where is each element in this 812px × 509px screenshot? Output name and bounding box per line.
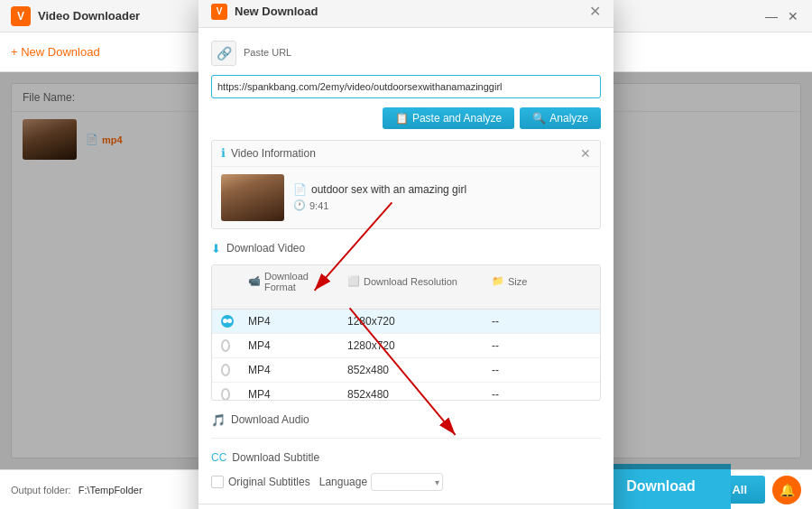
format-col-header: 📹 Download Format (239, 265, 338, 298)
radio-selected-icon (221, 315, 234, 328)
resolution-cell-2: 852x480 (338, 358, 483, 382)
format-cell-1: MP4 (239, 334, 338, 357)
video-duration-text: 9:41 (309, 200, 328, 211)
download-subtitle-section: CC Download Subtitle Original Subtitles … (211, 438, 601, 491)
info-close-button[interactable]: ✕ (580, 146, 591, 161)
info-content: 📄 outdoor sex with an amazing girl 🕐 9:4… (212, 167, 600, 228)
resolution-col-header: ⬜ Download Resolution (338, 265, 483, 298)
size-cell-3: -- (483, 383, 555, 400)
table-row[interactable]: MP41280x720-- (212, 334, 600, 358)
format-cell-0: MP4 (239, 310, 338, 333)
table-row[interactable]: MP4852x480-- (212, 383, 600, 400)
language-dropdown[interactable] (371, 473, 443, 491)
download-video-icon: ⬇ (211, 242, 221, 255)
video-info-section: ℹ Video Information ✕ 📄 outdoo (211, 140, 601, 229)
format-col-icon: 📹 (248, 275, 261, 287)
paste-icon: 📋 (395, 112, 409, 125)
output-folder-label: Output folder: (11, 485, 71, 495)
analyze-button[interactable]: 🔍 Analyze (520, 107, 601, 129)
video-title-text: outdoor sex with an amazing girl (311, 183, 466, 196)
format-table: 📹 Download Format ⬜ Download Resolution … (211, 264, 601, 401)
alarm-icon: 🔔 (780, 483, 795, 497)
dialog-titlebar: V New Download ✕ (198, 0, 614, 28)
app-logo-icon: V (11, 6, 31, 26)
link-icon: 🔗 (217, 46, 232, 60)
download-subtitle-label: Download Subtitle (232, 451, 319, 464)
new-download-button[interactable]: + New Download (11, 45, 100, 59)
app-title: Video Downloader (38, 9, 140, 23)
video-duration-row: 🕐 9:41 (293, 199, 591, 211)
download-audio-header: 🎵 Download Audio (211, 410, 601, 430)
table-body: MP41280x720--MP41280x720--MP4852x480--MP… (212, 310, 600, 400)
close-button[interactable]: ✕ (785, 8, 801, 24)
size-cell-2: -- (483, 358, 555, 382)
dialog-footer: Ok Cancel (198, 504, 614, 510)
dialog: V New Download ✕ 🔗 Paste URL (198, 0, 614, 509)
url-actions: 📋 Paste and Analyze 🔍 Analyze (211, 107, 601, 129)
url-input-row (211, 75, 601, 98)
url-input[interactable] (211, 75, 601, 98)
size-cell-1: -- (483, 334, 555, 357)
language-select-wrapper[interactable] (371, 473, 443, 491)
original-subtitles-checkbox-label[interactable]: Original Subtitles (211, 476, 310, 488)
dialog-logo-icon: V (211, 4, 227, 20)
info-header: ℹ Video Information ✕ (212, 141, 600, 167)
radio-col-header (212, 265, 239, 298)
format-radio-3[interactable] (212, 383, 239, 400)
app-window-controls: — ✕ (763, 8, 801, 24)
download-audio-label: Download Audio (231, 413, 309, 426)
radio-empty-icon (221, 339, 230, 352)
dialog-title: New Download (235, 5, 589, 18)
document-icon: 📄 (293, 183, 307, 196)
video-thumbnail (221, 174, 284, 221)
download-video-label: Download Video (226, 242, 305, 255)
url-label: Paste URL (244, 47, 291, 58)
paste-analyze-button[interactable]: 📋 Paste and Analyze (383, 107, 514, 129)
download-label-text: Download (626, 478, 695, 495)
format-radio-2[interactable] (212, 358, 239, 382)
original-subtitles-checkbox[interactable] (211, 476, 224, 488)
format-radio-0[interactable] (212, 310, 239, 333)
alarm-button[interactable]: 🔔 (772, 476, 801, 504)
video-title-row: 📄 outdoor sex with an amazing girl (293, 183, 591, 196)
scrollbar-space (212, 298, 239, 309)
app-window: V Video Downloader — ✕ + New Download Fi… (0, 0, 812, 509)
resolution-col-icon: ⬜ (347, 275, 360, 287)
video-info-text: 📄 outdoor sex with an amazing girl 🕐 9:4… (293, 183, 591, 211)
output-folder-path: F:\TempFolder (78, 485, 143, 495)
table-row[interactable]: MP41280x720-- (212, 310, 600, 334)
resolution-cell-3: 852x480 (338, 383, 483, 400)
size-col-header: 📁 Size (483, 265, 555, 298)
radio-empty-icon (221, 364, 230, 376)
download-audio-icon: 🎵 (211, 413, 226, 427)
download-audio-section: 🎵 Download Audio (211, 410, 601, 430)
language-label: Language (319, 476, 367, 488)
size-cell-0: -- (483, 310, 555, 333)
original-subtitles-text: Original Subtitles (228, 476, 310, 488)
search-icon: 🔍 (532, 112, 546, 125)
format-cell-3: MP4 (239, 383, 338, 400)
dialog-body: 🔗 Paste URL 📋 Paste and Analyze (198, 28, 614, 504)
modal-overlay: V New Download ✕ 🔗 Paste URL (0, 72, 812, 469)
app-content: File Name: 📄 mp4 V New Download ✕ (0, 72, 812, 469)
info-header-text: Video Information (231, 147, 316, 160)
download-video-section: ⬇ Download Video 📹 Download Format ⬜ (211, 238, 601, 401)
resolution-cell-0: 1280x720 (338, 310, 483, 333)
download-subtitle-icon: CC (211, 451, 226, 464)
language-select-group: Language (319, 473, 443, 491)
subtitle-row: Original Subtitles Language (211, 473, 601, 491)
table-header: 📹 Download Format ⬜ Download Resolution … (212, 265, 600, 310)
info-icon: ℹ (221, 146, 226, 160)
download-video-header: ⬇ Download Video (211, 238, 601, 259)
download-subtitle-header: CC Download Subtitle (211, 448, 601, 467)
url-section-icon: 🔗 (211, 41, 236, 66)
clock-icon: 🕐 (293, 199, 306, 211)
resolution-cell-1: 1280x720 (338, 334, 483, 357)
format-radio-1[interactable] (212, 334, 239, 357)
radio-empty-icon (221, 388, 230, 400)
format-cell-2: MP4 (239, 358, 338, 382)
size-col-icon: 📁 (492, 275, 504, 287)
table-row[interactable]: MP4852x480-- (212, 358, 600, 383)
dialog-close-button[interactable]: ✕ (589, 5, 601, 19)
minimize-button[interactable]: — (763, 8, 780, 24)
